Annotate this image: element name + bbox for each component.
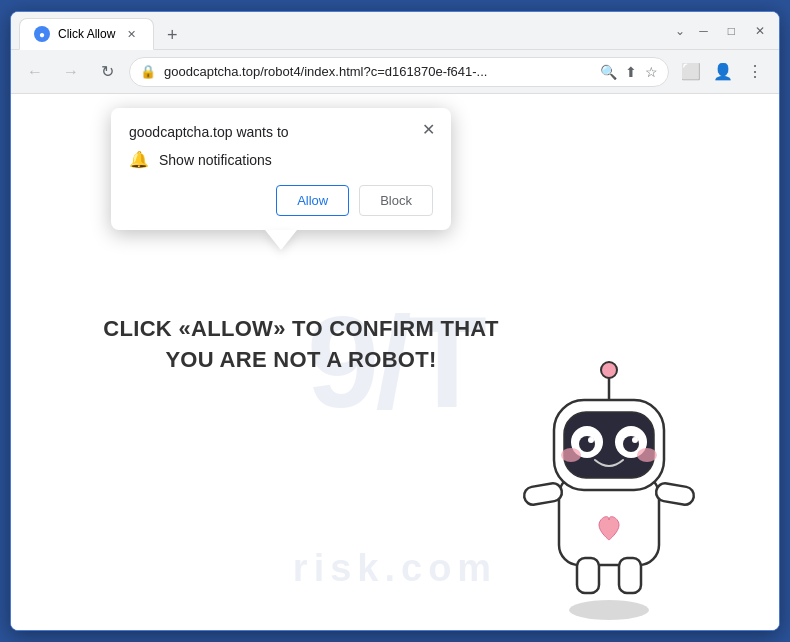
- popup-tail: [265, 230, 297, 250]
- content-area: 9/T risk.com ✕ goodcaptcha.top wants to …: [11, 94, 779, 630]
- bell-icon: 🔔: [129, 150, 149, 169]
- title-bar: ● Click Allow ✕ + ⌄ ─ □ ✕: [11, 12, 779, 50]
- tab-title: Click Allow: [58, 27, 115, 41]
- popup-buttons: Allow Block: [129, 185, 433, 216]
- reload-button[interactable]: ↻: [93, 58, 121, 86]
- svg-point-11: [637, 448, 657, 462]
- minimize-button[interactable]: ─: [693, 22, 714, 40]
- svg-rect-16: [577, 558, 599, 593]
- tab-favicon: ●: [34, 26, 50, 42]
- svg-rect-15: [655, 482, 696, 506]
- notification-popup: ✕ goodcaptcha.top wants to 🔔 Show notifi…: [111, 108, 451, 230]
- new-tab-button[interactable]: +: [158, 21, 186, 49]
- address-bar-icons: 🔍 ⬆ ☆: [600, 64, 658, 80]
- nav-bar: ← → ↻ 🔒 goodcaptcha.top/robot4/index.htm…: [11, 50, 779, 94]
- popup-title: goodcaptcha.top wants to: [129, 124, 433, 140]
- browser-window: ● Click Allow ✕ + ⌄ ─ □ ✕ ← → ↻ 🔒 goodca…: [10, 11, 780, 631]
- window-controls: ⌄ ─ □ ✕: [675, 22, 771, 40]
- search-icon[interactable]: 🔍: [600, 64, 617, 80]
- share-icon[interactable]: ⬆: [625, 64, 637, 80]
- bookmark-icon[interactable]: ☆: [645, 64, 658, 80]
- notification-text: Show notifications: [159, 152, 272, 168]
- maximize-button[interactable]: □: [722, 22, 741, 40]
- chevron-icon: ⌄: [675, 24, 685, 38]
- popup-notification-row: 🔔 Show notifications: [129, 150, 433, 169]
- nav-actions: ⬜ 👤 ⋮: [677, 58, 769, 86]
- svg-point-8: [588, 437, 594, 443]
- address-bar[interactable]: 🔒 goodcaptcha.top/robot4/index.html?c=d1…: [129, 57, 669, 87]
- active-tab[interactable]: ● Click Allow ✕: [19, 18, 154, 50]
- svg-point-0: [569, 600, 649, 620]
- svg-rect-17: [619, 558, 641, 593]
- back-button[interactable]: ←: [21, 58, 49, 86]
- url-text: goodcaptcha.top/robot4/index.html?c=d161…: [164, 64, 592, 79]
- svg-point-9: [632, 437, 638, 443]
- menu-button[interactable]: ⋮: [741, 58, 769, 86]
- main-message: CLICK «ALLOW» TO CONFIRM THAT YOU ARE NO…: [91, 314, 511, 376]
- forward-button[interactable]: →: [57, 58, 85, 86]
- svg-point-10: [561, 448, 581, 462]
- svg-point-13: [601, 362, 617, 378]
- allow-button[interactable]: Allow: [276, 185, 349, 216]
- popup-close-button[interactable]: ✕: [417, 118, 439, 140]
- block-button[interactable]: Block: [359, 185, 433, 216]
- svg-rect-14: [523, 482, 564, 506]
- profile-button[interactable]: 👤: [709, 58, 737, 86]
- lock-icon: 🔒: [140, 64, 156, 79]
- robot-character: [499, 320, 719, 620]
- close-window-button[interactable]: ✕: [749, 22, 771, 40]
- extensions-button[interactable]: ⬜: [677, 58, 705, 86]
- tab-close-button[interactable]: ✕: [123, 26, 139, 42]
- tab-bar: ● Click Allow ✕ +: [19, 12, 675, 49]
